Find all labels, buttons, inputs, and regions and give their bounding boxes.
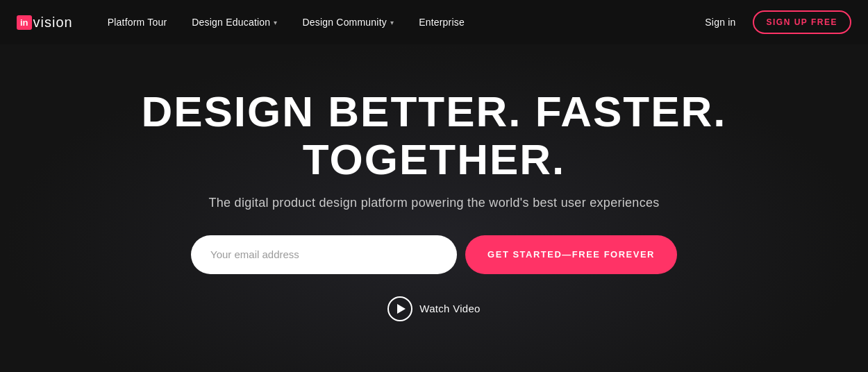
nav-right: Sign in SIGN UP FREE <box>705 10 851 34</box>
hero-section: DESIGN BETTER. FASTER. TOGETHER. The dig… <box>0 44 868 372</box>
sign-in-button[interactable]: Sign in <box>705 17 735 28</box>
watch-video-row[interactable]: Watch Video <box>387 296 481 321</box>
hero-headline: DESIGN BETTER. FASTER. TOGETHER. <box>87 88 781 183</box>
chevron-down-icon: ▾ <box>390 19 394 26</box>
email-input[interactable] <box>191 235 457 274</box>
play-icon <box>387 296 412 321</box>
get-started-button[interactable]: GET STARTED—FREE FOREVER <box>465 235 677 274</box>
nav-link-enterprise[interactable]: Enterprise <box>406 0 477 44</box>
logo[interactable]: in vision <box>17 15 73 31</box>
hero-subheadline: The digital product design platform powe… <box>208 196 659 210</box>
hero-content: DESIGN BETTER. FASTER. TOGETHER. The dig… <box>87 88 781 321</box>
nav-link-design-education[interactable]: Design Education ▾ <box>179 0 290 44</box>
nav-link-platform-tour[interactable]: Platform Tour <box>95 0 180 44</box>
logo-badge: in <box>17 15 32 30</box>
logo-text: vision <box>33 15 73 31</box>
nav-links: Platform Tour Design Education ▾ Design … <box>95 0 706 44</box>
nav-link-design-community[interactable]: Design Community ▾ <box>290 0 406 44</box>
navbar: in vision Platform Tour Design Education… <box>0 0 868 44</box>
watch-video-label: Watch Video <box>419 303 481 314</box>
play-triangle-icon <box>397 304 406 314</box>
chevron-down-icon: ▾ <box>274 19 277 26</box>
hero-cta-row: GET STARTED—FREE FOREVER <box>191 235 677 274</box>
signup-button[interactable]: SIGN UP FREE <box>753 10 851 34</box>
